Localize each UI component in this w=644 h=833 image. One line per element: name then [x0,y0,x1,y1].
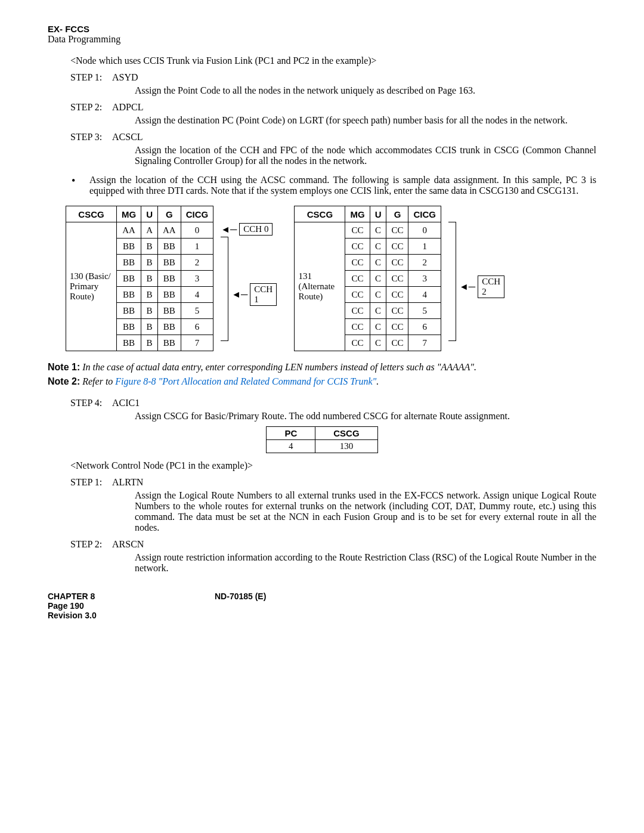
cell: CC [386,335,408,351]
th-pc: PC [267,427,315,440]
doc-header-title: EX- FCCS [48,24,596,34]
cell: B [141,303,158,319]
th-cicg: CICG [408,206,441,222]
note-prefix: Refer to [82,376,115,386]
step-body: Assign CSCG for Basic/Primary Route. The… [135,411,596,422]
cell: 7 [181,335,213,351]
cell: 2 [181,255,213,271]
cell: C [370,303,386,319]
cell: 0 [181,222,213,239]
cell: 4 [181,287,213,303]
arrow-left-icon: ◄─ [218,224,239,235]
cell: 0 [408,222,441,239]
th-cscg: CSCG [295,206,345,222]
cell: C [370,239,386,255]
th-mg: MG [345,206,370,222]
left-annotations: ◄─ CCH 0 ◄─ CCH 1 [218,206,273,341]
cell: BB [117,303,141,319]
cell: C [370,271,386,287]
note-1: Note 1: In the case of actual data entry… [48,362,596,373]
cell: B [141,319,158,335]
cell: BB [117,287,141,303]
cell: AA [117,222,141,239]
pc-cscg-table: PC CSCG 4 130 [266,426,377,453]
cell: CC [386,239,408,255]
step-body: Assign the location of the CCH and FPC o… [135,145,596,166]
cell: CC [345,319,370,335]
note-2: Note 2: Refer to Figure 8-8 "Port Alloca… [48,376,596,387]
footer-revision: Revision 3.0 [48,611,215,620]
step-command: ADPCL [112,102,596,113]
cell: 1 [408,239,441,255]
footer-chapter: CHAPTER 8 [48,592,215,601]
note-label: Note 1: [48,362,80,372]
step-command: ACIC1 [112,398,596,408]
step-label: STEP 1: [70,477,112,488]
step-command: ASYD [112,72,596,83]
cell: CC [345,335,370,351]
cell: CC [345,271,370,287]
step-body: Assign the Point Code to all the nodes i… [135,85,596,96]
step-command: ALRTN [112,477,596,488]
cell: 1 [181,239,213,255]
cell: BB [158,335,181,351]
cell: C [370,319,386,335]
th-cscg: CSCG [315,427,377,440]
step-label: STEP 2: [70,539,112,550]
arrow-left-icon: ◄─ [229,289,250,300]
cch1-label: CCH 1 [250,283,277,306]
cell: B [141,255,158,271]
cell: 2 [408,255,441,271]
cell: 5 [408,303,441,319]
cell: CC [345,303,370,319]
th-u: U [370,206,386,222]
th-cscg: CSCG [66,206,117,222]
th-mg: MG [117,206,141,222]
cell: BB [158,319,181,335]
rowhead-right: 131 (Alternate Route) [295,222,345,351]
cscg-table-right: CSCG MG U G CICG 131 (Alternate Route) C… [294,206,441,351]
cell: CC [386,222,408,239]
bullet-text: Assign the location of the CCH using the… [89,175,596,196]
cell: CC [386,287,408,303]
cell: 5 [181,303,213,319]
cell: B [141,287,158,303]
cell: CC [345,222,370,239]
section-ncn-label: <Network Control Node (PC1 in the exampl… [70,460,596,471]
step-label: STEP 2: [70,102,112,113]
cell: 6 [181,319,213,335]
cell: CC [345,239,370,255]
figure-link[interactable]: Figure 8-8 "Port Allocation and Related … [115,376,376,386]
step-body: Assign route restriction information acc… [135,552,596,574]
step-command: ACSCL [112,132,596,143]
cell: CC [345,287,370,303]
note-suffix: . [376,376,379,386]
cell: CC [386,319,408,335]
cell: C [370,335,386,351]
cell: BB [158,239,181,255]
cell: 6 [408,319,441,335]
cell: 3 [181,271,213,287]
footer-docid: ND-70185 (E) [215,592,596,620]
cell: C [370,255,386,271]
cell: CC [386,303,408,319]
step-command: ARSCN [112,539,596,550]
cell: 7 [408,335,441,351]
cell: BB [117,255,141,271]
th-g: G [158,206,181,222]
cell: C [370,287,386,303]
cell: CC [386,255,408,271]
th-u: U [141,206,158,222]
bullet-icon: • [72,175,89,196]
step-label: STEP 3: [70,132,112,143]
note-text: In the case of actual data entry, enter … [82,362,476,372]
cell: CC [386,271,408,287]
cell: 130 [315,440,377,453]
cell: 3 [408,271,441,287]
rowhead-left: 130 (Basic/ Primary Route) [66,222,117,351]
step-body: Assign the Logical Route Numbers to all … [135,490,596,533]
cell: BB [117,239,141,255]
cell: C [370,222,386,239]
footer-page: Page 190 [48,601,215,611]
cell: BB [158,287,181,303]
